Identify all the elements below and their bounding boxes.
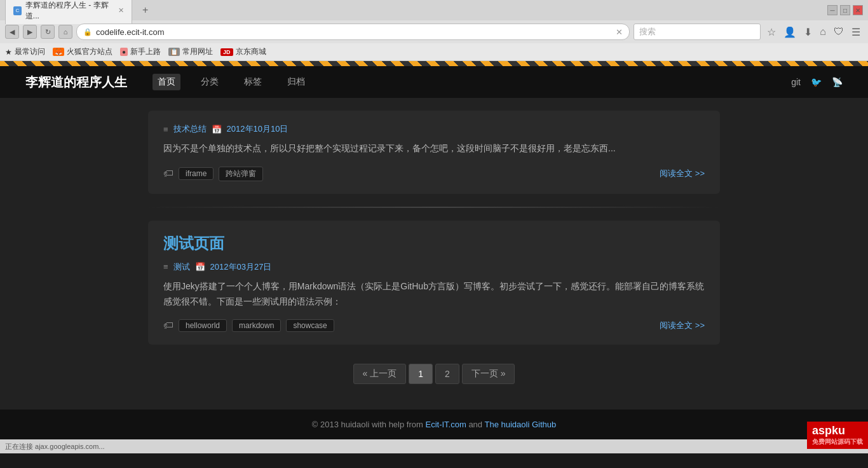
post2-tag-helloworld[interactable]: helloworld xyxy=(179,319,227,332)
search-bar[interactable]: 搜索 xyxy=(634,24,761,40)
post1-tag-cross-site[interactable]: 跨站弹窗 xyxy=(219,167,263,181)
nav-home[interactable]: 首页 xyxy=(153,74,180,90)
post1-category-icon: ≡ xyxy=(163,125,168,134)
prev-page-button[interactable]: « 上一页 xyxy=(353,364,407,384)
twitter-icon[interactable]: 🐦 xyxy=(811,77,822,87)
site-nav: 首页 分类 标签 归档 xyxy=(153,74,310,90)
post2-date: 2012年03月27日 xyxy=(210,261,272,273)
nav-category[interactable]: 分类 xyxy=(196,74,224,90)
post2-category-icon: ≡ xyxy=(163,262,168,272)
browser-window: C 李辉道的程序人生 - 李辉道... ✕ + ─ □ ✕ ◀ ▶ ↻ ⌂ 🔒 … xyxy=(0,0,868,453)
minimize-button[interactable]: ─ xyxy=(827,5,837,15)
post2-tag-showcase[interactable]: showcase xyxy=(286,319,334,332)
post1-date: 2012年10月10日 xyxy=(227,123,288,135)
bookmark-new-user[interactable]: ● 新手上路 xyxy=(120,46,161,57)
bookmarks-bar: ★ 最常访问 🦊 火狐官方站点 ● 新手上路 📋 常用网址 JD 京东商城 xyxy=(0,43,868,61)
ssl-icon: 🔒 xyxy=(83,28,92,36)
post1-tags: 🏷 iframe 跨站弹窗 xyxy=(163,167,263,181)
post1-category-link[interactable]: 技术总结 xyxy=(173,123,207,135)
address-bar[interactable]: 🔒 codelife.ecit-it.com ✕ xyxy=(76,24,630,40)
footer-ecit-link[interactable]: Ecit-IT.com xyxy=(425,420,466,429)
site-logo: 李辉道的程序人生 xyxy=(25,74,127,91)
post1-calendar-icon: 📅 xyxy=(212,125,222,134)
nav-tags[interactable]: 标签 xyxy=(239,74,267,90)
home-button[interactable]: ⌂ xyxy=(58,25,72,39)
jd-icon: JD xyxy=(220,48,233,56)
tab-close-button[interactable]: ✕ xyxy=(118,6,124,15)
shield-icon[interactable]: 🛡 xyxy=(831,25,846,39)
clear-url-button[interactable]: ✕ xyxy=(616,27,623,37)
post1-tag-iframe[interactable]: iframe xyxy=(179,167,214,180)
bookmark-common-sites[interactable]: 📋 常用网址 xyxy=(168,46,213,57)
post2-tag-markdown[interactable]: markdown xyxy=(232,319,281,332)
post2-meta: ≡ 测试 📅 2012年03月27日 xyxy=(163,261,705,273)
aspku-label: aspku xyxy=(812,424,845,437)
post2-title[interactable]: 测试页面 xyxy=(163,233,705,254)
post-card-1: ≡ 技术总结 📅 2012年10月10日 因为不是个单独的技术点，所以只好把整个… xyxy=(148,111,720,194)
home-nav-icon[interactable]: ⌂ xyxy=(817,25,829,39)
next-page-button[interactable]: 下一页 » xyxy=(462,364,515,384)
refresh-button[interactable]: ↻ xyxy=(41,25,55,39)
most-visited-icon: ★ xyxy=(5,48,12,57)
website-content: 李辉道的程序人生 首页 分类 标签 归档 git 🐦 📡 ≡ 技术总结 📅 xyxy=(0,66,868,439)
download-icon[interactable]: ⬇ xyxy=(801,25,815,39)
card-divider xyxy=(148,207,720,208)
common-sites-label: 常用网址 xyxy=(182,46,213,57)
browser-tab[interactable]: C 李辉道的程序人生 - 李辉道... ✕ xyxy=(5,0,132,24)
browser-titlebar: C 李辉道的程序人生 - 李辉道... ✕ + ─ □ ✕ xyxy=(0,0,868,20)
pagination: « 上一页 1 2 下一页 » xyxy=(148,364,720,384)
warning-strip xyxy=(0,61,868,66)
most-visited-label: 最常访问 xyxy=(15,46,45,57)
aspku-sub: 免费网站源码下载 xyxy=(812,437,863,446)
footer-text: © 2013 huidaoli with help from xyxy=(312,420,423,429)
post1-footer: 🏷 iframe 跨站弹窗 阅读全文 >> xyxy=(163,167,705,181)
bookmark-most-visited[interactable]: ★ 最常访问 xyxy=(5,46,45,57)
forward-button[interactable]: ▶ xyxy=(23,25,37,39)
rss-icon[interactable]: 📡 xyxy=(832,77,843,87)
post-card-2: 测试页面 ≡ 测试 📅 2012年03月27日 使用Jeky搭建了一个个人博客，… xyxy=(148,221,720,345)
post2-calendar-icon: 📅 xyxy=(195,262,205,272)
post2-category-link[interactable]: 测试 xyxy=(173,261,190,273)
jd-label: 京东商城 xyxy=(236,46,266,57)
site-footer: © 2013 huidaoli with help from Ecit-IT.c… xyxy=(0,410,868,439)
status-bar: 正在连接 ajax.googleapis.com... xyxy=(0,439,868,453)
post2-footer: 🏷 helloworld markdown showcase 阅读全文 >> xyxy=(163,319,705,332)
common-sites-icon: 📋 xyxy=(168,48,180,56)
page-1-button[interactable]: 1 xyxy=(409,364,433,384)
aspku-badge: aspku 免费网站源码下载 xyxy=(807,422,868,449)
new-tab-button[interactable]: + xyxy=(137,2,153,18)
post2-excerpt: 使用Jeky搭建了一个个人博客，用Markdown语法（实际上是GitHub方言… xyxy=(163,279,705,310)
git-link[interactable]: git xyxy=(791,77,801,87)
status-text: 正在连接 ajax.googleapis.com... xyxy=(5,442,105,451)
close-window-button[interactable]: ✕ xyxy=(853,5,863,15)
back-button[interactable]: ◀ xyxy=(5,25,19,39)
new-user-label: 新手上路 xyxy=(130,46,161,57)
post1-excerpt: 因为不是个单独的技术点，所以只好把整个实现过程记录下来，备个怎吧，这段时间脑子不… xyxy=(163,141,705,156)
firefox-icon: 🦊 xyxy=(53,48,64,56)
site-header-icons: git 🐦 📡 xyxy=(791,77,843,87)
post2-read-more[interactable]: 阅读全文 >> xyxy=(660,320,705,331)
bookmark-star-icon[interactable]: ☆ xyxy=(764,25,778,39)
firefox-label: 火狐官方站点 xyxy=(67,46,112,57)
post1-tag-icon: 🏷 xyxy=(163,168,173,179)
page-2-button[interactable]: 2 xyxy=(435,364,459,384)
content-area: ≡ 技术总结 📅 2012年10月10日 因为不是个单独的技术点，所以只好把整个… xyxy=(148,98,720,410)
toolbar-icons: ☆ 👤 ⬇ ⌂ 🛡 ☰ xyxy=(764,25,863,39)
footer-and: and xyxy=(468,420,482,429)
tab-title: 李辉道的程序人生 - 李辉道... xyxy=(25,0,114,22)
bookmark-jd[interactable]: JD 京东商城 xyxy=(220,46,266,57)
browser-toolbar: ◀ ▶ ↻ ⌂ 🔒 codelife.ecit-it.com ✕ 搜索 ☆ 👤 … xyxy=(0,20,868,43)
user-icon[interactable]: 👤 xyxy=(781,25,799,39)
site-header: 李辉道的程序人生 首页 分类 标签 归档 git 🐦 📡 xyxy=(0,66,868,98)
maximize-button[interactable]: □ xyxy=(840,5,850,15)
menu-icon[interactable]: ☰ xyxy=(849,25,863,39)
footer-github-link[interactable]: The huidaoli Github xyxy=(484,420,556,429)
nav-archive[interactable]: 归档 xyxy=(282,74,310,90)
url-display: codelife.ecit-it.com xyxy=(96,27,165,37)
tab-favicon: C xyxy=(13,6,22,15)
bookmark-firefox-official[interactable]: 🦊 火狐官方站点 xyxy=(53,46,112,57)
new-user-icon: ● xyxy=(120,48,128,56)
window-controls: ─ □ ✕ xyxy=(827,5,863,15)
post1-read-more[interactable]: 阅读全文 >> xyxy=(660,168,705,179)
search-placeholder: 搜索 xyxy=(639,26,656,38)
